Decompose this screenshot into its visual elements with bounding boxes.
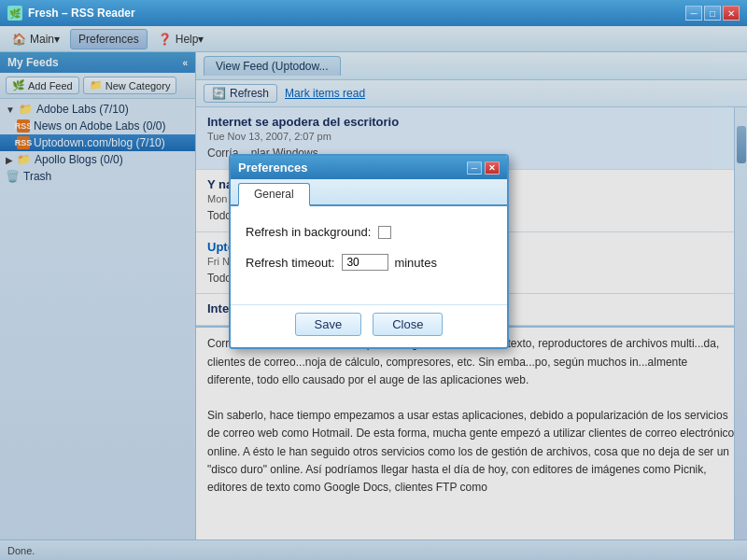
minutes-label: minutes (394, 256, 437, 270)
refresh-background-checkbox[interactable] (378, 226, 391, 239)
close-button[interactable]: ✕ (723, 6, 740, 21)
dialog-title: Preferences (238, 161, 307, 175)
dialog-footer: Save Close (231, 304, 507, 347)
maximize-button[interactable]: □ (704, 6, 721, 21)
tab-general[interactable]: General (238, 183, 310, 206)
dialog-close-button[interactable]: ✕ (485, 161, 500, 175)
app-icon: 🌿 (7, 6, 22, 21)
window-controls: ─ □ ✕ (685, 6, 740, 21)
refresh-background-label: Refresh in background: (246, 225, 371, 239)
refresh-timeout-input[interactable] (342, 254, 388, 271)
dialog-minimize-button[interactable]: ─ (467, 161, 482, 175)
refresh-timeout-label: Refresh timeout: (246, 256, 334, 270)
title-bar: 🌿 Fresh – RSS Reader ─ □ ✕ (0, 0, 747, 26)
dialog-controls: ─ ✕ (467, 161, 500, 175)
dialog-title-bar: Preferences ─ ✕ (231, 156, 507, 179)
save-button[interactable]: Save (295, 313, 362, 336)
dialog-tabs: General (231, 179, 507, 206)
close-dialog-button[interactable]: Close (373, 313, 443, 336)
preferences-dialog: Preferences ─ ✕ General Refresh in backg… (229, 154, 509, 349)
refresh-timeout-row: Refresh timeout: minutes (246, 254, 492, 271)
window-title: Fresh – RSS Reader (28, 7, 685, 20)
minimize-button[interactable]: ─ (685, 6, 702, 21)
refresh-background-row: Refresh in background: (246, 225, 492, 239)
dialog-content: Refresh in background: Refresh timeout: … (231, 206, 507, 304)
